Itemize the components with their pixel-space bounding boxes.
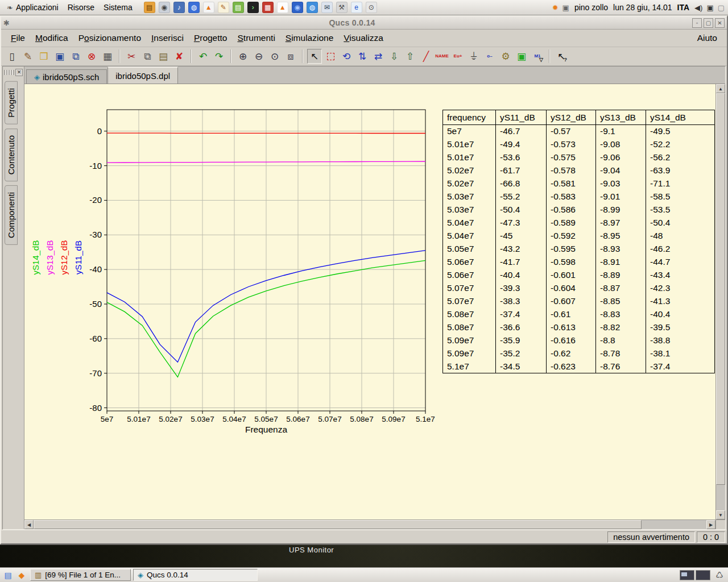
menu-visualizza[interactable]: Visualizza	[338, 31, 388, 45]
copy-button[interactable]: ⧉	[140, 49, 155, 64]
scroll-right-icon[interactable]: ▶	[706, 520, 715, 529]
simulate-button[interactable]: ⚙	[498, 49, 513, 64]
whats-this-help-button[interactable]: ↖?	[554, 49, 569, 64]
workspace-switcher[interactable]	[680, 570, 710, 580]
internet-globe-icon[interactable]: ◍	[188, 2, 200, 13]
new-document-button[interactable]: ▯	[5, 49, 19, 64]
zoom-in-button[interactable]: ⊕	[235, 49, 250, 64]
titlebar[interactable]: ✱ Qucs 0.0.14 ▫▢✕	[1, 16, 727, 30]
insert-port-button[interactable]: o–	[482, 49, 497, 64]
doc-tab-ibrido50pS.dpl[interactable]: ibrido50pS.dpl	[107, 66, 178, 84]
window-selector-icon[interactable]: ▤	[2, 569, 14, 581]
applications-menu[interactable]: ❧Applicazioni	[2, 2, 63, 13]
menu-progetto[interactable]: Progetto	[189, 31, 233, 45]
sidebar-tab-contenuto[interactable]: Contenuto	[5, 128, 18, 181]
update-notifier-icon[interactable]: ✹	[552, 4, 559, 11]
scroll-up-icon[interactable]: ▲	[716, 84, 725, 93]
display-tray-icon[interactable]: ▣	[706, 4, 713, 11]
tabular-display[interactable]: frequencyyS11_dByS12_dByS13_dByS14_dB5e7…	[442, 110, 715, 373]
menu-modifica[interactable]: Modifica	[30, 31, 73, 45]
data-display-canvas[interactable]: 5e75.01e75.02e75.03e75.04e75.05e75.06e75…	[24, 84, 715, 519]
sidebar-tab-componenti[interactable]: Componenti	[5, 185, 18, 245]
minimize-button[interactable]: ▫	[692, 18, 702, 28]
dock-close-icon[interactable]: ✕	[15, 69, 23, 76]
new-text-document-button[interactable]: ✎	[20, 49, 35, 64]
select-pointer-button[interactable]: ↖	[307, 49, 322, 64]
globe-pointer-icon[interactable]: ◍	[307, 2, 318, 13]
close-document-button[interactable]: ⊗	[84, 49, 99, 64]
sidebar-tab-progetti[interactable]: Progetti	[5, 81, 18, 124]
save-all-documents-button[interactable]: ⧉	[68, 49, 83, 64]
insert-marker-button[interactable]: M1▽	[530, 49, 545, 64]
places-menu[interactable]: Risorse	[63, 2, 99, 13]
clock[interactable]: lun 28 giu, 14.01	[613, 3, 672, 12]
zoom-out-button[interactable]: ⊖	[251, 49, 266, 64]
menu-inserisci[interactable]: Inserisci	[146, 31, 189, 45]
text-note-icon[interactable]: ✎	[218, 2, 229, 13]
task-qucs[interactable]: ◈Qucs 0.0.14	[133, 569, 258, 581]
maximize-button[interactable]: ▢	[704, 18, 713, 28]
activate-deactivate-button[interactable]	[323, 49, 338, 64]
mirror-y-axis-button[interactable]: ⇄	[371, 49, 386, 64]
media-player-icon[interactable]: ▲	[277, 2, 288, 13]
trash-icon[interactable]: ♺	[713, 569, 726, 581]
rotate-component-button[interactable]: ⟲	[339, 49, 354, 64]
insert-ground-button[interactable]: ⏚	[466, 49, 481, 64]
menu-strumenti[interactable]: Strumenti	[232, 31, 280, 45]
redo-button[interactable]: ↷	[212, 49, 226, 64]
save-document-button[interactable]: ▣	[52, 49, 67, 64]
screenshot-icon[interactable]: ◉	[159, 2, 170, 13]
print-document-button[interactable]: ▦	[100, 49, 115, 64]
tools-icon[interactable]: ⚒	[336, 2, 348, 13]
horizontal-scrollbar[interactable]: ◀ ▶	[24, 520, 715, 529]
document-area: ◈ibrido50pS.schibrido50pS.dpl 5e75.01e75…	[24, 66, 725, 529]
vlc-icon[interactable]: ▲	[203, 2, 214, 13]
close-button[interactable]: ✕	[715, 18, 725, 28]
package-update-icon[interactable]: ◆	[16, 569, 27, 581]
pop-out-subcircuit-button[interactable]: ⇧	[403, 49, 417, 64]
dock-drag-handle[interactable]	[4, 70, 14, 75]
open-document-button[interactable]: ❒	[36, 49, 51, 64]
menu-file[interactable]: File	[6, 31, 30, 45]
calc-grid-icon[interactable]: ▦	[262, 2, 274, 13]
insert-equation-button[interactable]: Eu+	[450, 49, 465, 64]
web-browser-icon[interactable]: ◉	[292, 2, 303, 13]
scroll-down-icon[interactable]: ▼	[716, 510, 725, 519]
workspace-1[interactable]	[680, 570, 694, 580]
insert-wire-label-button[interactable]: NAME	[435, 49, 449, 64]
browser-e-icon[interactable]: e	[351, 2, 362, 13]
spreadsheet-icon[interactable]: ▤	[233, 2, 244, 13]
media-archive-icon[interactable]: ♪	[173, 2, 185, 13]
horizontal-scroll-thumb[interactable]	[34, 520, 642, 529]
menu-help[interactable]: Aiuto	[692, 31, 722, 45]
menu-posizionamento[interactable]: Posizionamento	[73, 31, 146, 45]
view-data-display-button[interactable]: ▣	[514, 49, 529, 64]
undo-button[interactable]: ↶	[196, 49, 210, 64]
zoom-noscale-button[interactable]: ⊙	[267, 49, 282, 64]
terminal-icon[interactable]: ›	[247, 2, 259, 13]
keyboard-layout-indicator[interactable]: ITA	[677, 3, 690, 12]
doc-tab-ibrido50pS.sch[interactable]: ◈ibrido50pS.sch	[26, 69, 107, 84]
screen-resolution-icon[interactable]: ▣	[562, 4, 569, 11]
scroll-left-icon[interactable]: ◀	[24, 520, 34, 529]
paste-button[interactable]: ▤	[156, 49, 171, 64]
package-manager-icon[interactable]: ▤	[144, 2, 155, 13]
shutdown-icon[interactable]: ⊙	[366, 2, 377, 13]
system-menu[interactable]: Sistema	[99, 2, 137, 13]
delete-button[interactable]: ✘	[172, 49, 187, 64]
menu-simulazione[interactable]: Simulazione	[280, 31, 338, 45]
mail-icon[interactable]: ✉	[321, 2, 333, 13]
table-header-frequency: frequency	[443, 110, 496, 125]
cartesian-plot[interactable]: 5e75.01e75.02e75.03e75.04e75.05e75.06e75…	[24, 84, 445, 454]
mirror-x-axis-button[interactable]: ⇅	[355, 49, 370, 64]
volume-icon[interactable]: ◀)	[694, 4, 702, 11]
vertical-scroll-thumb[interactable]	[716, 93, 725, 485]
zoom-fit-button[interactable]: ⧈	[283, 49, 298, 64]
notes-tray-icon[interactable]: ▢	[718, 4, 725, 11]
task-pdf-viewer[interactable]: ▥[69 %] File 1 of 1 En...	[30, 569, 131, 581]
vertical-scrollbar[interactable]: ▲ ▼	[715, 84, 725, 519]
insert-wire-button[interactable]: ╱	[419, 49, 433, 64]
go-into-subcircuit-button[interactable]: ⇩	[387, 49, 402, 64]
cut-button[interactable]: ✂	[124, 49, 139, 64]
workspace-2[interactable]	[696, 570, 710, 580]
